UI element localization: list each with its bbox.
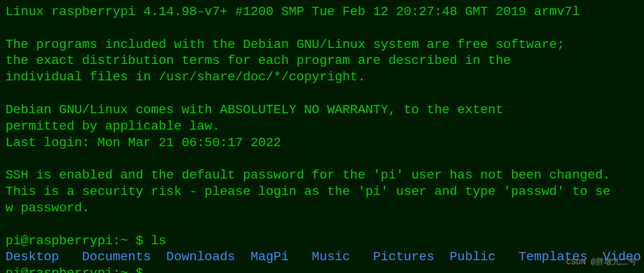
blank-line-4	[5, 216, 639, 233]
warranty-line-2: permitted by applicable law.	[5, 118, 639, 135]
programs-line-2: the exact distribution terms for each pr…	[5, 52, 639, 69]
watermark: CSDN @胖墩儿二号	[566, 257, 637, 268]
terminal-window[interactable]: Linux raspberrypi 4.14.98-v7+ #1200 SMP …	[0, 0, 644, 273]
last-login-line: Last login: Mon Mar 21 06:50:17 2022	[5, 135, 639, 151]
ssh-line-2: This is a security risk - please login a…	[5, 184, 639, 200]
warranty-line-1: Debian GNU/Linux comes with ABSOLUTELY N…	[5, 102, 639, 118]
blank-line-2	[5, 85, 639, 102]
blank-line-3	[5, 151, 639, 167]
programs-line-3: individual files in /usr/share/doc/*/cop…	[5, 69, 639, 85]
prompt-cursor[interactable]: pi@raspberrypi:~ $	[5, 265, 639, 273]
ls-output: Desktop Documents Downloads MagPi Music …	[5, 249, 639, 265]
ssh-line-1: SSH is enabled and the default password …	[5, 167, 639, 184]
prompt-ls: pi@raspberrypi:~ $ ls	[5, 233, 639, 249]
ssh-line-3: w password.	[5, 200, 639, 216]
header-line: Linux raspberrypi 4.14.98-v7+ #1200 SMP …	[5, 4, 639, 20]
blank-line-1	[5, 20, 639, 37]
programs-line-1: The programs included with the Debian GN…	[5, 37, 639, 53]
